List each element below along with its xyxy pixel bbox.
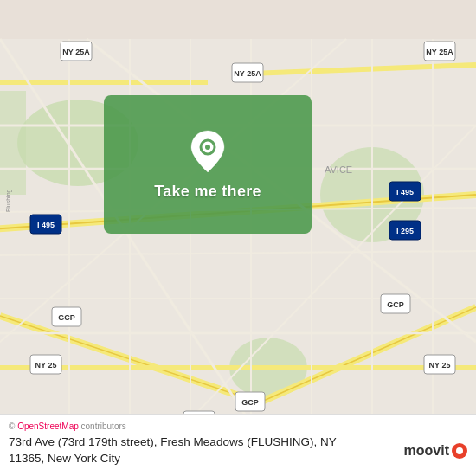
copyright-symbol: ©	[9, 421, 15, 431]
map-container: NY 25A NY 25A NY 25A I 495 I 495 I 295 G…	[0, 0, 476, 476]
bottom-bar: © OpenStreetMap contributors 73rd Ave (7…	[0, 414, 476, 476]
openstreetmap-link[interactable]: OpenStreetMap	[17, 421, 79, 431]
take-me-there-label: Take me there	[154, 183, 261, 201]
svg-text:NY 25: NY 25	[35, 361, 57, 370]
svg-text:GCP: GCP	[387, 300, 404, 309]
map-background: NY 25A NY 25A NY 25A I 495 I 495 I 295 G…	[0, 0, 476, 476]
svg-text:I 495: I 495	[37, 221, 55, 229]
svg-text:I 295: I 295	[396, 227, 414, 235]
svg-text:GCP: GCP	[241, 398, 259, 407]
svg-text:NY 25: NY 25	[429, 361, 451, 370]
contributors-text: contributors	[81, 421, 126, 431]
svg-text:Flushing: Flushing	[5, 189, 12, 212]
svg-text:GCP: GCP	[58, 313, 75, 322]
copyright-text: © OpenStreetMap contributors	[9, 421, 467, 431]
location-pin-icon	[189, 129, 227, 174]
svg-point-58	[205, 145, 210, 150]
svg-rect-4	[0, 91, 26, 195]
svg-text:AVICE: AVICE	[325, 164, 352, 175]
take-me-there-button[interactable]: Take me there	[104, 95, 312, 234]
moovit-brand-text: moovit	[404, 443, 449, 459]
moovit-dot-inner	[456, 447, 463, 454]
moovit-dot-icon	[452, 443, 467, 459]
moovit-logo: moovit	[404, 443, 467, 459]
svg-text:NY 25A: NY 25A	[234, 69, 261, 78]
svg-text:NY 25A: NY 25A	[62, 48, 90, 56]
svg-text:NY 25A: NY 25A	[426, 48, 453, 56]
svg-text:I 495: I 495	[396, 188, 414, 196]
address-text: 73rd Ave (73rd 179th street), Fresh Mead…	[9, 434, 338, 467]
